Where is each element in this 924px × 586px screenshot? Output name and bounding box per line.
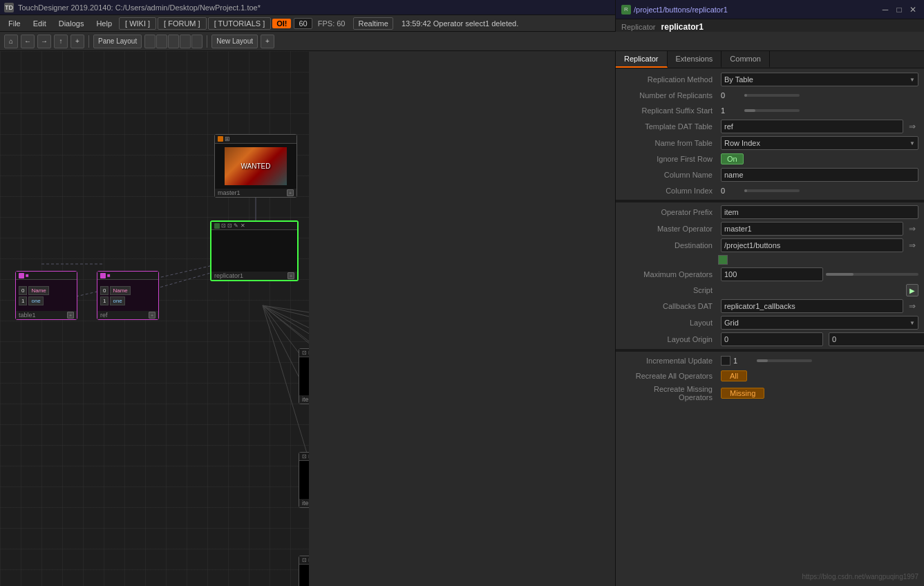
callbacks-dat-link-icon[interactable]: ⇒ (906, 300, 918, 312)
node-item4[interactable]: ⊡ ⊡ ✎ ✕ item4 + (299, 452, 309, 508)
node-replicator1[interactable]: ⊡ ⊡ ✎ ✕ replicator1 + (210, 220, 299, 281)
prop-layout-origin: Layout Origin (616, 331, 924, 348)
new-layout-btn[interactable]: New Layout (211, 35, 258, 48)
prop-column-name-label: Column Name (621, 171, 718, 179)
ignore-first-row-toggle[interactable]: On (721, 153, 744, 164)
up-btn[interactable]: ↑ (54, 35, 68, 48)
home-btn[interactable]: ⌂ (4, 35, 18, 48)
node-canvas[interactable]: ⊞ WANTED master1 + ■ 0 (0, 51, 309, 586)
replication-method-dropdown[interactable]: By Table ▼ (721, 73, 918, 86)
node-table1-expand[interactable]: + (67, 312, 74, 319)
prop-script-label: Script (621, 286, 718, 294)
recreate-all-btn[interactable]: All (721, 370, 747, 381)
tab-replicator[interactable]: Replicator (616, 51, 668, 68)
prop-layout: Layout Grid ▼ (616, 314, 924, 331)
props-minimize-btn[interactable]: ─ (880, 4, 891, 15)
node-ref-header: ■ (97, 272, 158, 280)
prop-ignore-first-row-value: On (721, 153, 918, 164)
pane-layout-btn[interactable]: Pane Layout (93, 35, 142, 48)
tab-common[interactable]: Common (722, 51, 770, 68)
column-index-slider[interactable] (744, 189, 800, 192)
grid-1x2[interactable] (156, 35, 167, 48)
operator-prefix-input[interactable] (721, 205, 918, 219)
svg-line-3 (263, 305, 309, 352)
node-table1-footer: table1 + (16, 311, 77, 319)
layout-origin-y-input[interactable] (829, 332, 924, 346)
suffix-slider[interactable] (744, 109, 800, 112)
prop-max-operators-value (721, 267, 918, 281)
node-replicator1-expand[interactable]: + (287, 272, 294, 279)
max-operators-slider[interactable] (826, 273, 918, 276)
props-content: Replication Method By Table ▼ Number of … (616, 68, 924, 586)
callbacks-dat-input[interactable] (721, 299, 903, 313)
tab-extensions[interactable]: Extensions (668, 51, 722, 68)
back-btn[interactable]: ← (21, 35, 35, 48)
toolbar: ⌂ ← → ↑ + Pane Layout New Layout + (0, 32, 924, 51)
menu-file[interactable]: File (3, 18, 26, 29)
prop-master-operator-value: ⇒ (721, 222, 918, 236)
add-pane-btn[interactable]: + (70, 35, 84, 48)
fps-label: FPS: 60 (314, 18, 350, 29)
node-item7[interactable]: ⊡ ⊡ ✎ ✕ item7 + (299, 556, 309, 586)
grid-2x1[interactable] (168, 35, 179, 48)
node-item1[interactable]: ⊡ ⊡ ✎ ✕ item1 + (299, 348, 309, 404)
menu-help[interactable]: Help (91, 18, 117, 29)
recreate-missing-btn[interactable]: Missing (721, 388, 764, 399)
prop-name-from-table-value: Row Index ▼ (721, 136, 918, 150)
props-maximize-btn[interactable]: □ (894, 4, 905, 15)
node-ref-type: ■ (107, 272, 111, 278)
svg-line-5 (263, 305, 309, 352)
column-index-fill (744, 189, 747, 192)
menu-dialogs[interactable]: Dialogs (53, 18, 90, 29)
prop-max-operators: Maximum Operators (616, 266, 924, 283)
op-type-label: Replicator (621, 23, 656, 31)
node-table1-type: ■ (26, 272, 29, 278)
template-dat-input[interactable] (721, 120, 903, 133)
prop-recreate-missing-value: Missing (721, 388, 918, 399)
prop-template-dat-value: ⇒ (721, 120, 918, 133)
node-table1[interactable]: ■ 0 Name 1 one table1 + (15, 271, 77, 320)
ref-dat-icon (100, 273, 106, 278)
node-ref[interactable]: ■ 0 Name 1 one ref + (97, 271, 159, 320)
forward-btn[interactable]: → (37, 35, 51, 48)
prop-incremental-update-value: 1 (721, 356, 918, 366)
props-close-btn[interactable]: ✕ (907, 4, 918, 15)
column-name-input[interactable] (721, 168, 918, 182)
prop-ignore-first-row: Ignore First Row On (616, 151, 924, 167)
prop-template-dat: Template DAT Table ⇒ (616, 118, 924, 135)
destination-input[interactable] (721, 238, 903, 252)
destination-checkbox[interactable] (718, 255, 728, 265)
node-master1-footer: master1 + (215, 189, 296, 197)
incremental-update-checkbox[interactable] (721, 356, 730, 366)
grid-1x1[interactable] (144, 35, 155, 48)
prop-recreate-all-value: All (721, 370, 918, 381)
props-title-icon: R (621, 5, 631, 15)
num-replicants-slider[interactable] (744, 94, 800, 97)
menu-wiki[interactable]: [ WIKI ] (119, 17, 156, 30)
node-master1-expand[interactable]: + (287, 189, 294, 196)
menu-edit[interactable]: Edit (28, 18, 52, 29)
template-dat-link-icon[interactable]: ⇒ (906, 120, 918, 133)
layout-dropdown[interactable]: Grid ▼ (721, 316, 918, 330)
add-pane-plus[interactable]: + (261, 35, 274, 48)
prop-callbacks-dat-value: ⇒ (721, 299, 918, 313)
node-ref-body: 0 Name 1 one (97, 280, 158, 311)
grid-3x1[interactable] (191, 35, 202, 48)
node-ref-name: ref (100, 312, 108, 319)
destination-link-icon[interactable]: ⇒ (906, 239, 918, 252)
master-operator-input[interactable] (721, 222, 903, 236)
menu-forum[interactable]: [ FORUM ] (158, 17, 207, 30)
max-operators-input[interactable] (721, 267, 823, 281)
node-item1-header: ⊡ ⊡ ✎ ✕ (299, 349, 309, 357)
node-item4-header: ⊡ ⊡ ✎ ✕ (299, 453, 309, 461)
realtime-btn[interactable]: Realtime (353, 17, 393, 30)
master-operator-link-icon[interactable]: ⇒ (906, 223, 918, 235)
node-ref-expand[interactable]: + (149, 312, 155, 319)
script-play-btn[interactable]: ▶ (906, 284, 918, 296)
name-from-table-dropdown[interactable]: Row Index ▼ (721, 136, 918, 150)
layout-origin-x-input[interactable] (721, 332, 823, 346)
node-master1[interactable]: ⊞ WANTED master1 + (214, 134, 297, 198)
grid-2x2[interactable] (180, 35, 191, 48)
incremental-slider[interactable] (757, 359, 812, 362)
menu-tutorials[interactable]: [ TUTORIALS ] (208, 17, 272, 30)
